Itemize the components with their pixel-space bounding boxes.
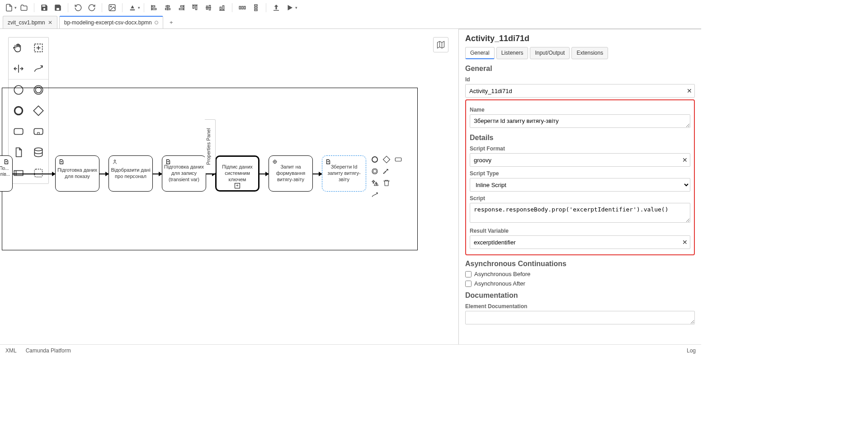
separator	[34, 3, 34, 12]
align-center-v-button[interactable]	[202, 1, 215, 14]
svg-rect-5	[152, 9, 156, 10]
tab-extensions[interactable]: Extensions	[571, 47, 608, 59]
properties-panel: Activity_11di71d General Listeners Input…	[458, 29, 701, 344]
svg-point-50	[274, 160, 277, 164]
sequence-flow[interactable]	[99, 174, 108, 174]
tab-zvit[interactable]: zvit_csv1.bpmn ✕	[3, 16, 57, 28]
result-variable-input[interactable]	[470, 235, 690, 249]
main-area: По... спів... Підготовка даних для показ…	[0, 29, 701, 344]
context-pad	[370, 155, 403, 200]
subprocess-marker-icon: +	[235, 183, 240, 188]
async-after-checkbox[interactable]	[465, 281, 472, 287]
connect-icon[interactable]	[370, 190, 380, 200]
sequence-flow[interactable]	[153, 174, 162, 174]
script-type-select[interactable]: Inline Script	[470, 178, 690, 192]
async-before-row[interactable]: Asynchronous Before	[465, 271, 695, 277]
tab-label: zvit_csv1.bpmn	[8, 19, 45, 26]
name-label: Name	[470, 107, 690, 113]
task-prepare-display-data[interactable]: Підготовка даних для показу	[55, 155, 99, 192]
color-button[interactable]	[126, 1, 139, 14]
annotation-icon[interactable]	[382, 166, 392, 176]
properties-panel-toggle[interactable]: Properties Panel	[205, 119, 216, 174]
sequence-flow[interactable]	[259, 174, 269, 174]
save-all-button[interactable]	[52, 1, 64, 14]
deploy-button[interactable]	[270, 1, 283, 14]
svg-rect-2	[130, 9, 135, 10]
close-icon[interactable]: ✕	[48, 19, 52, 26]
bpmn-canvas[interactable]: По... спів... Підготовка даних для показ…	[0, 29, 458, 344]
svg-rect-20	[223, 6, 224, 10]
separator	[122, 3, 123, 12]
task-label: Підпис даних системним ключем	[218, 164, 256, 183]
log-button[interactable]: Log	[687, 347, 696, 354]
open-file-button[interactable]	[18, 1, 30, 14]
distribute-h-button[interactable]	[236, 1, 249, 14]
task-search-employees[interactable]: По... спів...	[0, 155, 13, 192]
run-dropdown[interactable]: ▾	[295, 5, 297, 10]
clear-icon[interactable]: ✕	[682, 239, 688, 246]
script-label: Script	[470, 195, 690, 202]
align-left-button[interactable]	[148, 1, 160, 14]
name-input[interactable]: Зберегти Id запиту витягу-звіту	[470, 114, 690, 128]
append-task-icon[interactable]	[393, 155, 403, 164]
task-request-excerpt[interactable]: Запит на формування витягу-звіту	[269, 155, 313, 192]
async-section-title: Asynchronous Continuations	[465, 260, 695, 268]
tab-listeners[interactable]: Listeners	[496, 47, 528, 59]
align-right-button[interactable]	[175, 1, 188, 14]
script-input[interactable]: response.responseBody.prop('excerptIdent…	[470, 203, 690, 223]
main-toolbar: ▾ ▾ ▾	[0, 0, 701, 15]
task-label: Запит на формування витягу-звіту	[271, 164, 311, 183]
color-dropdown[interactable]: ▾	[138, 5, 140, 10]
sequence-flow[interactable]	[13, 174, 55, 174]
async-after-row[interactable]: Asynchronous After	[465, 280, 695, 287]
new-file-button[interactable]	[3, 1, 15, 14]
tab-input-output[interactable]: Input/Output	[530, 47, 570, 59]
async-before-checkbox[interactable]	[465, 271, 472, 277]
task-label: Зберегти Id запиту витягу-звіту	[324, 164, 364, 183]
svg-point-58	[385, 172, 386, 173]
append-intermediate-icon[interactable]	[370, 166, 380, 176]
svg-rect-26	[255, 9, 257, 11]
highlighted-properties: Name Зберегти Id запиту витягу-звіту Det…	[465, 99, 695, 255]
append-end-event-icon[interactable]	[370, 155, 380, 164]
change-type-icon[interactable]	[370, 178, 380, 188]
svg-rect-11	[179, 9, 184, 10]
image-button[interactable]	[106, 1, 118, 14]
sequence-flow[interactable]	[313, 174, 322, 174]
canvas-area[interactable]: По... спів... Підготовка даних для показ…	[0, 29, 458, 344]
svg-point-49	[114, 160, 116, 162]
new-file-dropdown[interactable]: ▾	[14, 5, 17, 10]
save-button[interactable]	[38, 1, 51, 14]
align-bottom-button[interactable]	[216, 1, 228, 14]
svg-point-52	[372, 157, 377, 162]
redo-button[interactable]	[85, 1, 98, 14]
clear-icon[interactable]: ✕	[682, 156, 688, 164]
task-save-request-id[interactable]: Зберегти Id запиту витягу-звіту	[322, 155, 366, 192]
task-display-personnel[interactable]: Відобразити дані про персонал	[108, 155, 153, 192]
svg-point-57	[383, 173, 384, 174]
tab-bp-modeling[interactable]: bp-modeling-excerpt-csv-docx.bpmn	[59, 16, 163, 28]
delete-icon[interactable]	[382, 178, 392, 188]
align-top-button[interactable]	[189, 1, 201, 14]
task-system-sign[interactable]: Підпис даних системним ключем +	[215, 155, 259, 192]
run-button[interactable]	[283, 1, 296, 14]
svg-rect-53	[383, 156, 390, 163]
svg-rect-23	[244, 6, 245, 9]
add-tab-button[interactable]: +	[165, 16, 178, 28]
xml-view-button[interactable]: XML	[5, 347, 17, 354]
tab-general[interactable]: General	[465, 47, 495, 59]
separator	[232, 3, 232, 12]
clear-icon[interactable]: ✕	[687, 87, 692, 94]
element-documentation-input[interactable]	[465, 311, 695, 324]
sequence-flow[interactable]	[206, 174, 215, 174]
platform-label[interactable]: Camunda Platform	[26, 347, 71, 354]
id-input[interactable]	[465, 84, 695, 98]
distribute-v-button[interactable]	[250, 1, 262, 14]
append-gateway-icon[interactable]	[382, 155, 392, 164]
id-label: Id	[465, 76, 695, 83]
align-center-h-button[interactable]	[161, 1, 174, 14]
undo-button[interactable]	[72, 1, 85, 14]
task-prepare-write-data[interactable]: Підготовка даних для запису (transient v…	[162, 155, 206, 192]
separator	[144, 3, 144, 12]
script-format-input[interactable]	[470, 153, 690, 167]
